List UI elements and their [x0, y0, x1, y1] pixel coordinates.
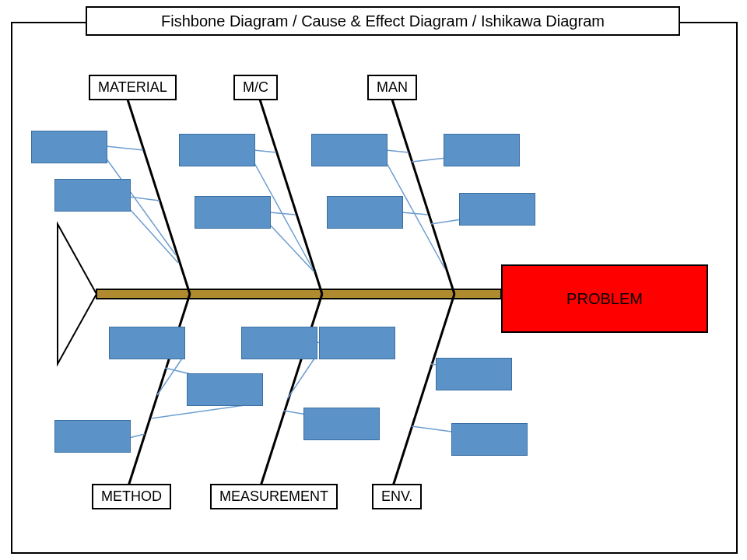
problem-box: PROBLEM — [501, 264, 708, 333]
cause-box — [54, 179, 131, 212]
cause-box — [303, 408, 380, 440]
category-measurement: MEASUREMENT — [210, 484, 338, 509]
cause-box — [436, 358, 512, 390]
cause-box — [319, 327, 395, 359]
category-material: MATERIAL — [89, 75, 177, 100]
svg-line-19 — [287, 356, 316, 399]
svg-line-0 — [106, 146, 143, 150]
svg-line-17 — [129, 434, 145, 438]
cause-box — [241, 327, 317, 359]
cause-box — [459, 193, 535, 226]
category-man: MAN — [367, 75, 417, 100]
cause-box — [451, 423, 528, 456]
cause-box — [187, 373, 263, 406]
bone-material — [128, 100, 190, 294]
svg-line-4 — [254, 150, 276, 152]
fish-tail — [58, 224, 96, 364]
cause-box — [54, 420, 131, 453]
svg-line-2 — [129, 197, 160, 201]
cause-box — [31, 131, 107, 163]
category-method: METHOD — [92, 484, 171, 509]
cause-box — [195, 196, 271, 229]
bone-method — [128, 294, 190, 488]
category-mc: M/C — [233, 75, 278, 100]
cause-box — [444, 134, 520, 166]
cause-box — [109, 327, 185, 359]
bone-measurement — [260, 294, 322, 488]
cause-box — [311, 134, 388, 166]
category-env: ENV. — [372, 484, 422, 509]
svg-line-8 — [386, 150, 409, 152]
bone-env — [392, 294, 454, 488]
cause-box — [327, 196, 403, 229]
diagram-title: Fishbone Diagram / Cause & Effect Diagra… — [86, 6, 680, 36]
svg-line-14 — [157, 356, 184, 395]
fish-spine — [96, 289, 501, 299]
cause-box — [179, 134, 255, 166]
